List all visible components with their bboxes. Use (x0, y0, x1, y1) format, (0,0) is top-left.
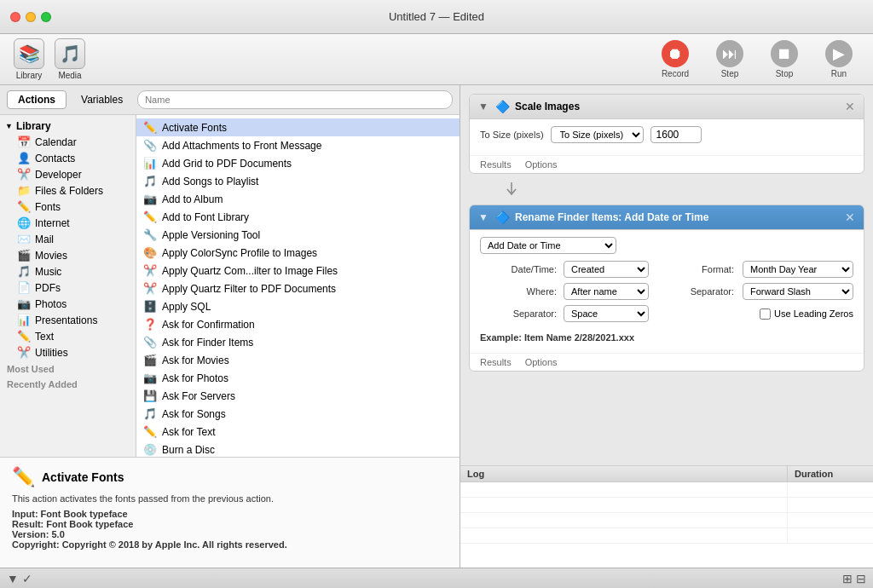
minimize-button[interactable] (26, 12, 36, 22)
movies-icon: 🎬 (17, 249, 31, 262)
apply-quartz-com-icon: ✂️ (143, 264, 157, 277)
sidebar-item-files[interactable]: 📁 Files & Folders (0, 182, 136, 199)
rename-finder-header: ▼ 🔷 Rename Finder Items: Add Date or Tim… (470, 205, 864, 230)
apple-versioning-icon: 🔧 (143, 228, 157, 241)
separator-select2[interactable]: Space Dash (564, 305, 649, 322)
music-icon: 🎵 (17, 265, 31, 278)
action-item-apple-versioning[interactable]: 🔧 Apple Versioning Tool (136, 226, 460, 244)
ask-servers-icon: 💾 (143, 389, 157, 402)
scale-type-select[interactable]: To Size (pixels) (551, 126, 644, 143)
log-cell-1-2 (788, 482, 873, 497)
bottom-list-btn[interactable]: ⊟ (856, 572, 866, 585)
tab-actions[interactable]: Actions (7, 90, 66, 109)
close-button[interactable] (10, 12, 20, 22)
scale-collapse-icon[interactable]: ▼ (478, 101, 490, 112)
bottom-bar: ▼ ✓ ⊞ ⊟ (0, 568, 873, 588)
action-item-add-songs[interactable]: 🎵 Add Songs to Playlist (136, 172, 460, 190)
rename-collapse-icon[interactable]: ▼ (478, 211, 490, 223)
action-item-add-attachments[interactable]: 📎 Add Attachments to Front Message (136, 136, 460, 154)
action-item-activate-fonts[interactable]: ✏️ Activate Fonts (136, 118, 460, 136)
step-button[interactable]: ⏭ Step (709, 40, 750, 78)
media-label: Media (58, 71, 81, 80)
action-item-ask-photos[interactable]: 📷 Ask for Photos (136, 369, 460, 387)
action-item-ask-text[interactable]: ✏️ Ask for Text (136, 423, 460, 441)
library-section-header[interactable]: ▼ Library (0, 118, 136, 134)
datetime-select[interactable]: Created Modified (564, 261, 649, 278)
maximize-button[interactable] (41, 12, 51, 22)
scale-options-tab[interactable]: Options (525, 159, 558, 170)
copyright-label: Copyright: (12, 539, 60, 550)
scale-value-input[interactable] (650, 126, 702, 143)
media-button[interactable]: 🎵 Media (55, 38, 85, 80)
action-item-apply-colorsync[interactable]: 🎨 Apply ColorSync Profile to Images (136, 244, 460, 262)
action-item-apply-quartz-pdf[interactable]: ✂️ Apply Quartz Filter to PDF Documents (136, 280, 460, 297)
sidebar-item-developer[interactable]: ✂️ Developer (0, 166, 136, 182)
action-item-add-album[interactable]: 📷 Add to Album (136, 190, 460, 208)
sidebar-item-utilities[interactable]: ✂️ Utilities (0, 344, 136, 360)
bottom-check-btn[interactable]: ✓ (22, 572, 32, 585)
search-input[interactable] (137, 90, 453, 109)
sidebar-item-text[interactable]: ✏️ Text (0, 328, 136, 344)
action-item-ask-servers[interactable]: 💾 Ask For Servers (136, 387, 460, 405)
where-select[interactable]: After name Before name (564, 283, 649, 300)
tab-variables[interactable]: Variables (70, 90, 134, 109)
bottom-grid-btn[interactable]: ⊞ (842, 572, 853, 585)
info-title-row: ✏️ Activate Fonts (12, 466, 448, 488)
format-select[interactable]: Month Day Year Day Month Year Year Month… (743, 261, 853, 278)
ask-movies-icon: 🎬 (143, 354, 157, 366)
sidebar-item-music[interactable]: 🎵 Music (0, 263, 136, 280)
sidebar-item-contacts[interactable]: 👤 Contacts (0, 150, 136, 166)
action-item-ask-confirmation[interactable]: ❓ Ask for Confirmation (136, 315, 460, 333)
sidebar-item-internet[interactable]: 🌐 Internet (0, 215, 136, 231)
sidebar-item-label-mail: Mail (35, 233, 54, 245)
copyright-value: Copyright © 2018 by Apple Inc. All right… (62, 539, 287, 550)
leading-zeros-checkbox[interactable] (760, 308, 771, 320)
sidebar-item-fonts[interactable]: ✏️ Fonts (0, 199, 136, 215)
action-label: Ask for Finder Items (162, 337, 253, 349)
sidebar-item-calendar[interactable]: 📅 Calendar (0, 134, 136, 150)
result-value: Font Book typeface (46, 519, 133, 529)
action-item-apply-quartz-com[interactable]: ✂️ Apply Quartz Com...ilter to Image Fil… (136, 262, 460, 280)
rename-options-tab[interactable]: Options (525, 357, 558, 367)
step-label: Step (721, 69, 739, 78)
scale-label: To Size (pixels) (480, 130, 544, 140)
separator-select1[interactable]: Forward Slash Dash Period (743, 283, 853, 300)
record-label: Record (662, 69, 689, 78)
version-value: 5.0 (51, 529, 64, 539)
log-row-3 (460, 513, 873, 528)
action-item-add-grid[interactable]: 📊 Add Grid to PDF Documents (136, 154, 460, 172)
rename-dropdown-row: Add Date or Time (480, 237, 853, 254)
stop-button[interactable]: ⏹ Stop (764, 40, 805, 78)
log-cell-4-2 (788, 528, 873, 543)
sidebar-item-label-calendar: Calendar (35, 136, 77, 148)
sidebar-item-label-music: Music (35, 266, 61, 278)
workflow-area: ▼ 🔷 Scale Images ✕ To Size (pixels) To S… (460, 85, 873, 465)
action-item-add-font[interactable]: ✏️ Add to Font Library (136, 208, 460, 226)
sidebar-item-mail[interactable]: ✉️ Mail (0, 231, 136, 247)
sidebar-item-pdfs[interactable]: 📄 PDFs (0, 280, 136, 296)
scale-card-body: To Size (pixels) To Size (pixels) (470, 119, 864, 155)
step-icon: ⏭ (716, 40, 743, 67)
sidebar-item-photos[interactable]: 📷 Photos (0, 296, 136, 312)
rename-results-tab[interactable]: Results (480, 357, 512, 367)
action-item-ask-songs[interactable]: 🎵 Ask for Songs (136, 405, 460, 423)
log-area: Log Duration (460, 465, 873, 568)
rename-dropdown-select[interactable]: Add Date or Time (480, 237, 616, 254)
sidebar-item-movies[interactable]: 🎬 Movies (0, 247, 136, 263)
record-button[interactable]: ⏺ Record (655, 40, 696, 78)
action-item-burn-disc[interactable]: 💿 Burn a Disc (136, 441, 460, 457)
main-area: Actions Variables ▼ Library 📅 Calendar 👤… (0, 85, 873, 568)
run-button[interactable]: ▶ Run (818, 40, 859, 78)
scale-close-button[interactable]: ✕ (845, 101, 855, 112)
rename-close-button[interactable]: ✕ (845, 211, 855, 223)
sidebar-item-label-pdfs: PDFs (35, 282, 61, 294)
bottom-chevron-btn[interactable]: ▼ (7, 572, 19, 585)
log-col-duration: Duration (788, 466, 873, 481)
action-item-apply-sql[interactable]: 🗄️ Apply SQL (136, 297, 460, 315)
action-label: Add Grid to PDF Documents (162, 158, 292, 170)
action-item-ask-movies[interactable]: 🎬 Ask for Movies (136, 351, 460, 369)
sidebar-item-presentations[interactable]: 📊 Presentations (0, 312, 136, 328)
library-button[interactable]: 📚 Library (14, 38, 44, 80)
scale-results-tab[interactable]: Results (480, 159, 512, 170)
action-item-ask-finder[interactable]: 📎 Ask for Finder Items (136, 333, 460, 351)
